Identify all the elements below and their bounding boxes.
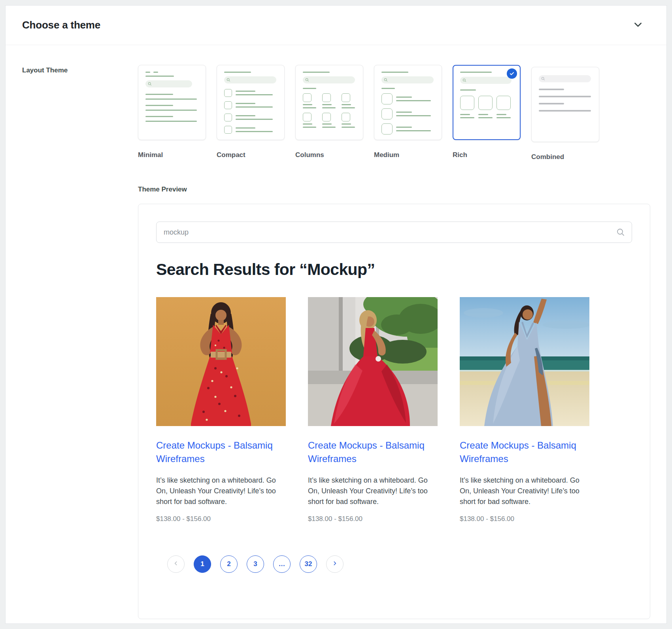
pagination-page-2[interactable]: 2 — [220, 555, 238, 573]
pagination-ellipsis[interactable]: … — [273, 555, 291, 573]
product-price: $138.00 - $156.00 — [156, 515, 286, 523]
search-icon[interactable] — [616, 227, 625, 239]
mini-search-icon — [460, 77, 512, 84]
theme-option-combined[interactable]: Combined — [531, 67, 599, 161]
mini-search-icon — [303, 76, 355, 83]
product-price: $138.00 - $156.00 — [308, 515, 438, 523]
mini-search-icon — [381, 76, 434, 83]
pagination: 1 2 3 … 32 — [167, 555, 632, 573]
product-description: It’s like sketching on a whiteboard. Go … — [308, 475, 438, 507]
search-results-heading: Search Results for “Mockup” — [156, 260, 632, 279]
theme-option-rich[interactable]: Rich — [453, 65, 521, 161]
product-image-blue-beach-dress[interactable] — [460, 297, 589, 426]
pagination-page-3[interactable]: 3 — [247, 555, 264, 573]
choose-theme-panel: Choose a theme Layout Theme — [5, 5, 667, 624]
theme-option-label: Minimal — [138, 151, 206, 159]
search-input[interactable] — [156, 222, 632, 243]
chevron-left-icon — [173, 560, 179, 568]
compact-thumbnail — [217, 65, 285, 140]
panel-body: Layout Theme — [6, 45, 666, 619]
product-description: It’s like sketching on a whiteboard. Go … — [156, 475, 286, 507]
theme-preview-panel: Search Results for “Mockup” — [138, 204, 650, 619]
search-result-card: Create Mockups - Balsamiq Wireframes It’… — [308, 297, 438, 523]
pagination-page-1[interactable]: 1 — [194, 555, 211, 573]
product-description: It’s like sketching on a whiteboard. Go … — [460, 475, 589, 507]
combined-thumbnail — [531, 67, 599, 142]
mini-search-icon — [145, 80, 192, 87]
layout-theme-label: Layout Theme — [22, 65, 138, 74]
theme-preview-label: Theme Preview — [138, 186, 651, 193]
pagination-page-32[interactable]: 32 — [300, 555, 317, 573]
pagination-prev-button[interactable] — [167, 555, 185, 573]
product-title-link[interactable]: Create Mockups - Balsamiq Wireframes — [460, 439, 589, 466]
selected-check-icon — [507, 68, 517, 79]
theme-option-columns[interactable]: Columns — [295, 65, 363, 161]
theme-option-label: Medium — [374, 151, 442, 159]
chevron-down-icon — [633, 19, 643, 31]
panel-title: Choose a theme — [22, 19, 100, 31]
medium-thumbnail — [374, 65, 442, 140]
theme-option-compact[interactable]: Compact — [217, 65, 285, 161]
settings-content-column: Minimal Compact — [138, 65, 651, 619]
panel-header: Choose a theme — [6, 6, 666, 45]
rich-thumbnail — [453, 65, 521, 140]
preview-searchbox — [156, 222, 632, 243]
theme-option-label: Rich — [453, 151, 521, 159]
columns-thumbnail — [295, 65, 363, 140]
product-image-red-floral-dress[interactable] — [156, 297, 286, 426]
theme-option-medium[interactable]: Medium — [374, 65, 442, 161]
product-price: $138.00 - $156.00 — [460, 515, 589, 523]
search-result-card: Create Mockups - Balsamiq Wireframes It’… — [156, 297, 286, 523]
theme-option-minimal[interactable]: Minimal — [138, 65, 206, 161]
mini-search-icon — [224, 76, 276, 83]
mini-search-icon — [539, 75, 591, 82]
theme-option-label: Compact — [217, 151, 285, 159]
theme-options-row: Minimal Compact — [138, 65, 651, 161]
chevron-right-icon — [332, 560, 338, 568]
product-image-red-gown-outdoors[interactable] — [308, 297, 438, 426]
settings-label-column: Layout Theme — [22, 65, 138, 619]
collapse-panel-button[interactable] — [632, 20, 644, 31]
theme-option-label: Combined — [531, 153, 599, 161]
search-results-grid: Create Mockups - Balsamiq Wireframes It’… — [156, 297, 632, 523]
search-result-card: Create Mockups - Balsamiq Wireframes It’… — [460, 297, 589, 523]
pagination-next-button[interactable] — [326, 555, 344, 573]
product-title-link[interactable]: Create Mockups - Balsamiq Wireframes — [156, 439, 286, 466]
theme-option-label: Columns — [295, 151, 363, 159]
product-title-link[interactable]: Create Mockups - Balsamiq Wireframes — [308, 439, 438, 466]
minimal-thumbnail — [138, 65, 206, 140]
